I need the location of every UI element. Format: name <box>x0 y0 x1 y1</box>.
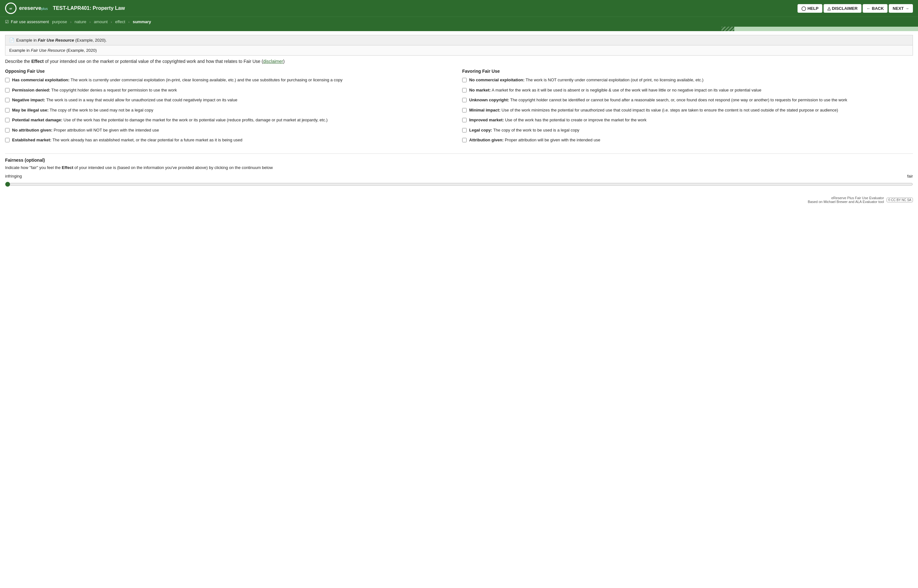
checkbox-no-attribution[interactable] <box>5 128 10 132</box>
checkbox-improved-market[interactable] <box>462 118 466 122</box>
fairness-description: Indicate how "fair" you feel the Effect … <box>5 165 913 171</box>
list-item: Has commercial exploitation: The work is… <box>5 77 456 83</box>
checklist-container: Opposing Fair Use Has commercial exploit… <box>5 69 913 147</box>
nav-step-amount[interactable]: amount <box>92 19 109 25</box>
nav-step-purpose[interactable]: purpose <box>50 19 69 25</box>
checkbox-permission-denied[interactable] <box>5 88 10 92</box>
main-content: 📄 Example in Fair Use Resource (Example,… <box>0 31 918 194</box>
help-button[interactable]: ◯ HELP <box>798 4 822 13</box>
svg-text:er: er <box>10 7 12 10</box>
fair-use-label: ☑ Fair use assessment <box>5 19 49 24</box>
chevron-icon-3: › <box>111 20 112 24</box>
back-button[interactable]: ← BACK <box>863 4 888 13</box>
checkbox-potential-market-damage[interactable] <box>5 118 10 122</box>
list-item: Attribution given: Proper attribution wi… <box>462 137 913 143</box>
logo-icon: er <box>5 3 16 14</box>
list-item: Minimal impact: Use of the work minimize… <box>462 107 913 113</box>
list-item: No attribution given: Proper attribution… <box>5 127 456 133</box>
footer: eReserve Plus Fair Use Evaluator Based o… <box>0 194 918 206</box>
chevron-icon-4: › <box>128 20 130 24</box>
chevron-icon-2: › <box>89 20 91 24</box>
example-box: 📄 Example in Fair Use Resource (Example,… <box>5 35 913 56</box>
next-icon: → <box>905 6 909 11</box>
checkbox-minimal-impact[interactable] <box>462 108 466 113</box>
description: Describe the Effect of your intended use… <box>5 58 913 65</box>
list-item: Legal copy: The copy of the work to be u… <box>462 127 913 133</box>
checkbox-unknown-copyright[interactable] <box>462 98 466 102</box>
list-item: Negative impact: The work is used in a w… <box>5 97 456 103</box>
checkbox-may-be-illegal[interactable] <box>5 108 10 113</box>
checkbox-has-commercial[interactable] <box>5 78 10 82</box>
checkbox-established-market[interactable] <box>5 138 10 142</box>
breadcrumb-nav: ☑ Fair use assessment purpose › nature ›… <box>0 16 918 27</box>
back-icon: ← <box>866 6 871 11</box>
warning-icon: △ <box>827 6 831 11</box>
cc-icon: © <box>888 198 890 202</box>
progress-fill <box>0 27 734 31</box>
fairness-title: Fairness (optional) <box>5 158 913 163</box>
example-body: Example in Fair Use Resource (Example, 2… <box>5 45 913 55</box>
checkbox-legal-copy[interactable] <box>462 128 466 132</box>
disclaimer-button[interactable]: △ DISCLAIMER <box>824 4 861 13</box>
cc-badge: © CC BY NC SA <box>887 197 913 202</box>
list-item: No commercial exploitation: The work is … <box>462 77 913 83</box>
list-item: No market: A market for the work as it w… <box>462 87 913 94</box>
example-header-text: Example in Fair Use Resource (Example, 2… <box>16 38 107 42</box>
checkbox-no-market[interactable] <box>462 88 466 92</box>
document-icon: 📄 <box>9 38 14 42</box>
favoring-column: Favoring Fair Use No commercial exploita… <box>462 69 913 147</box>
list-item: Improved market: Use of the work has the… <box>462 117 913 123</box>
progress-remainder <box>734 27 918 31</box>
checkbox-attribution-given[interactable] <box>462 138 466 142</box>
opposing-header: Opposing Fair Use <box>5 69 456 74</box>
slider-label-right: fair <box>907 174 913 179</box>
footer-text: eReserve Plus Fair Use Evaluator Based o… <box>808 196 884 204</box>
slider-container <box>5 180 913 190</box>
next-button[interactable]: NEXT → <box>889 4 913 13</box>
progress-bar <box>0 27 918 31</box>
app-header: er ereserveplus TEST-LAPR401: Property L… <box>0 0 918 16</box>
list-item: Unknown copyright: The copyright holder … <box>462 97 913 103</box>
disclaimer-link[interactable]: disclaimer <box>263 59 283 64</box>
nav-step-summary[interactable]: summary <box>131 19 153 25</box>
checkbox-negative-impact[interactable] <box>5 98 10 102</box>
example-header: 📄 Example in Fair Use Resource (Example,… <box>5 35 913 45</box>
checkbox-icon: ☑ <box>5 19 9 24</box>
chevron-icon-1: › <box>70 20 71 24</box>
header-buttons: ◯ HELP △ DISCLAIMER ← BACK NEXT → <box>798 4 913 13</box>
opposing-column: Opposing Fair Use Has commercial exploit… <box>5 69 456 147</box>
fairness-slider[interactable] <box>5 182 913 187</box>
checkbox-no-commercial[interactable] <box>462 78 466 82</box>
example-body-text: Example in Fair Use Resource (Example, 2… <box>9 48 97 53</box>
nav-step-effect[interactable]: effect <box>113 19 127 25</box>
logo-text: ereserveplus <box>19 5 48 11</box>
list-item: Potential market damage: Use of the work… <box>5 117 456 123</box>
favoring-header: Favoring Fair Use <box>462 69 913 74</box>
page-title: TEST-LAPR401: Property Law <box>53 5 125 11</box>
nav-step-nature[interactable]: nature <box>73 19 88 25</box>
list-item: Permission denied: The copyright holder … <box>5 87 456 94</box>
slider-labels: infringing fair <box>5 174 913 179</box>
help-icon: ◯ <box>801 6 806 11</box>
list-item: Established market: The work already has… <box>5 137 456 143</box>
fairness-section: Fairness (optional) Indicate how "fair" … <box>5 153 913 190</box>
logo-area: er ereserveplus <box>5 3 48 14</box>
slider-label-left: infringing <box>5 174 22 179</box>
list-item: May be illegal use: The copy of the work… <box>5 107 456 113</box>
